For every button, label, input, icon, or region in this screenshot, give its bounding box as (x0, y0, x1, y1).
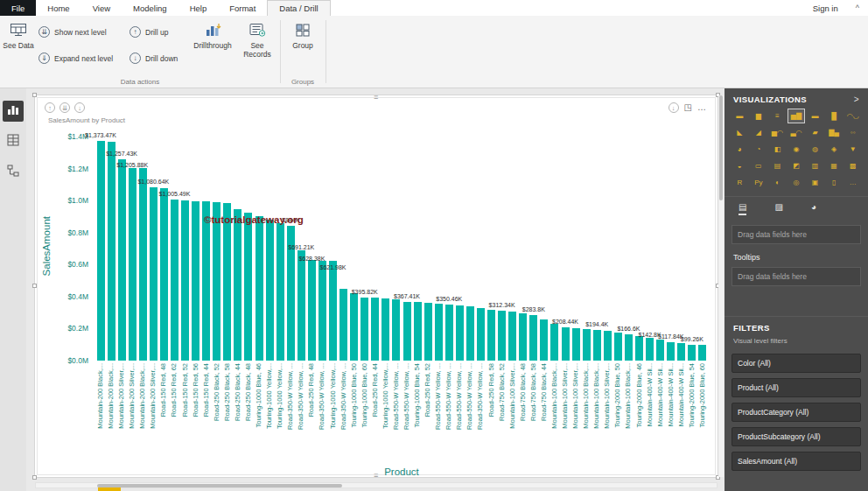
bar[interactable] (435, 304, 443, 361)
tab-data-drill[interactable]: Data / Drill (267, 0, 330, 16)
tab-view[interactable]: View (81, 0, 122, 16)
model-view-button[interactable] (3, 162, 24, 183)
focus-mode-icon[interactable]: ◳ (684, 102, 692, 113)
bar[interactable] (688, 345, 696, 361)
vertical-scrollbar-thumb[interactable] (719, 95, 723, 200)
drillthrough-button[interactable]: Drillthrough (189, 20, 236, 78)
collapse-pane-icon[interactable]: > (854, 95, 859, 104)
bar[interactable] (635, 336, 643, 361)
r-script-visual-icon[interactable]: R (732, 176, 748, 189)
stacked-area-chart-icon[interactable]: ◢ (751, 126, 767, 139)
bar[interactable] (424, 303, 432, 361)
bar[interactable] (403, 302, 411, 361)
see-records-button[interactable]: See Records (238, 20, 276, 78)
bar[interactable] (677, 343, 685, 361)
bar[interactable] (519, 313, 527, 361)
bar[interactable] (298, 250, 305, 361)
bar[interactable] (466, 306, 474, 361)
pie-chart-icon[interactable]: ◕ (732, 143, 748, 156)
tab-format[interactable]: Format (218, 0, 267, 16)
arcgis-map-icon[interactable]: ◎ (788, 176, 805, 189)
resize-handle[interactable] (32, 475, 37, 480)
bar[interactable] (656, 340, 664, 361)
stacked-bar-chart-icon[interactable]: ▬ (732, 109, 748, 123)
bar[interactable] (698, 345, 706, 361)
bar[interactable] (118, 159, 126, 361)
bar[interactable] (646, 338, 654, 361)
bar[interactable] (350, 293, 358, 361)
drill-down-button[interactable]: ↓ Drill down (130, 52, 178, 65)
bar[interactable] (244, 213, 252, 361)
tab-help[interactable]: Help (178, 0, 219, 16)
treemap-icon[interactable]: ◧ (769, 143, 786, 156)
bar[interactable] (129, 168, 136, 361)
bar[interactable] (583, 329, 591, 361)
show-next-level-button[interactable]: ⇊ Show next level (38, 25, 113, 39)
bar[interactable] (192, 201, 200, 361)
bar[interactable] (340, 289, 347, 361)
bar[interactable] (550, 324, 558, 361)
bar[interactable] (139, 168, 147, 361)
ribbon-chart-icon[interactable]: ▰ (807, 126, 823, 139)
funnel-icon[interactable]: ▼ (844, 143, 861, 156)
bar[interactable] (202, 201, 210, 361)
power-apps-visual-icon[interactable]: ▣ (807, 176, 823, 189)
fields-tab-icon[interactable]: ▤ (738, 202, 746, 215)
bar[interactable] (614, 333, 622, 361)
bar[interactable] (604, 331, 612, 361)
bar[interactable] (213, 202, 220, 361)
drill-up-button[interactable]: ↑ Drill up (130, 25, 178, 39)
bar[interactable] (276, 223, 284, 361)
area-chart-icon[interactable]: ◣ (732, 126, 748, 139)
bar[interactable] (266, 220, 274, 361)
slicer-icon[interactable]: ▥ (807, 159, 823, 172)
line-and-clustered-column-chart-icon[interactable]: ▃◠ (788, 126, 805, 139)
bar[interactable] (456, 305, 464, 361)
python-visual-icon[interactable]: Py (751, 176, 767, 189)
filter-product-all[interactable]: Product (All) (732, 378, 861, 397)
drill-down-toggle-icon[interactable]: ↓ (668, 102, 679, 113)
bar-chart-visual[interactable]: ↑ ⇊ ↓ ↓ ◳ … SalesAmount by Product Sales… (37, 97, 716, 475)
gauge-icon[interactable]: ◒ (732, 159, 748, 172)
see-data-button[interactable]: See Data (2, 20, 35, 78)
tab-modeling[interactable]: Modeling (122, 0, 178, 16)
collapse-ribbon-icon[interactable]: ^ (847, 0, 868, 16)
data-view-button[interactable] (3, 131, 24, 152)
100-stacked-column-chart-icon[interactable]: █ (826, 109, 843, 123)
page-tab[interactable] (98, 487, 121, 491)
report-page[interactable]: ≡ ≡ ↑ ⇊ ↓ ↓ ◳ … SalesAmount by Product S… (35, 95, 718, 477)
more-options-icon[interactable]: … (844, 176, 861, 189)
bar[interactable] (382, 298, 389, 361)
sign-in-button[interactable]: Sign in (804, 0, 847, 16)
bar[interactable] (308, 260, 316, 361)
bar[interactable] (108, 142, 116, 361)
bar[interactable] (234, 209, 242, 361)
more-options-icon[interactable]: … (697, 102, 706, 113)
bar[interactable] (171, 200, 178, 361)
clustered-bar-chart-icon[interactable]: ≡ (769, 109, 786, 123)
bar[interactable] (392, 299, 400, 361)
bar[interactable] (498, 311, 506, 361)
kpi-icon[interactable]: ◩ (788, 159, 805, 172)
bar[interactable] (477, 308, 485, 361)
stacked-column-chart-icon[interactable]: ▆ (751, 109, 767, 123)
tooltips-well[interactable]: Drag data fields here (732, 267, 861, 286)
bar[interactable] (318, 261, 326, 361)
map-icon[interactable]: ◉ (788, 143, 805, 156)
table-icon[interactable]: ▦ (826, 159, 843, 172)
bar[interactable] (160, 188, 168, 361)
vertical-scrollbar[interactable] (718, 95, 724, 477)
drill-up-icon[interactable]: ↑ (45, 102, 55, 113)
group-button[interactable]: Group (285, 20, 320, 78)
bar[interactable] (329, 261, 337, 361)
field-well[interactable]: Drag data fields here (732, 225, 861, 244)
bar[interactable] (529, 315, 537, 361)
bar[interactable] (540, 319, 548, 361)
multi-row-card-icon[interactable]: ▤ (769, 159, 786, 172)
matrix-icon[interactable]: ▩ (844, 159, 861, 172)
waterfall-chart-icon[interactable]: ▇▄ (826, 126, 843, 139)
line-and-stacked-column-chart-icon[interactable]: ▅◠ (769, 126, 786, 139)
filter-productcategory-all[interactable]: ProductCategory (All) (732, 403, 861, 422)
scatter-chart-icon[interactable]: ◦◦ (844, 126, 861, 139)
bar[interactable] (97, 141, 105, 361)
